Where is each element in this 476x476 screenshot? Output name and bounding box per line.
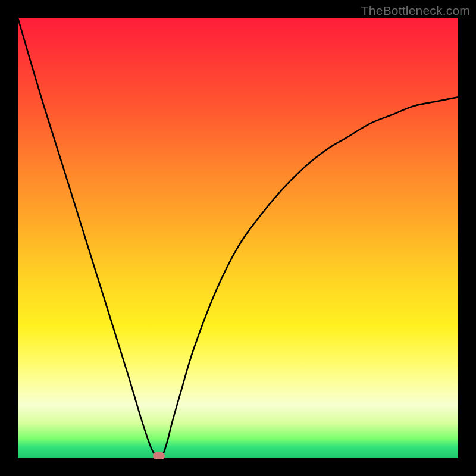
- bottleneck-curve: [18, 18, 458, 458]
- chart-stage: TheBottleneck.com: [0, 0, 476, 476]
- minimum-marker: [153, 452, 165, 459]
- curve-svg: [18, 18, 458, 458]
- plot-area: [18, 18, 458, 458]
- watermark-text: TheBottleneck.com: [361, 4, 470, 18]
